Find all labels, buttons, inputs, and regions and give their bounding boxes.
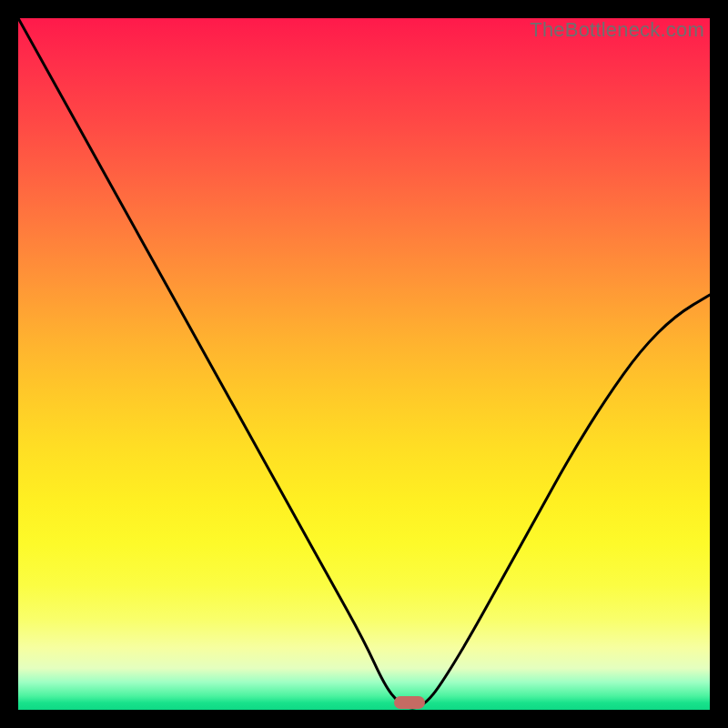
chart-frame: TheBottleneck.com <box>0 0 728 728</box>
plot-area: TheBottleneck.com <box>18 18 710 710</box>
watermark-text: TheBottleneck.com <box>530 18 704 42</box>
bottleneck-curve <box>18 18 710 710</box>
minimum-marker <box>394 696 425 709</box>
